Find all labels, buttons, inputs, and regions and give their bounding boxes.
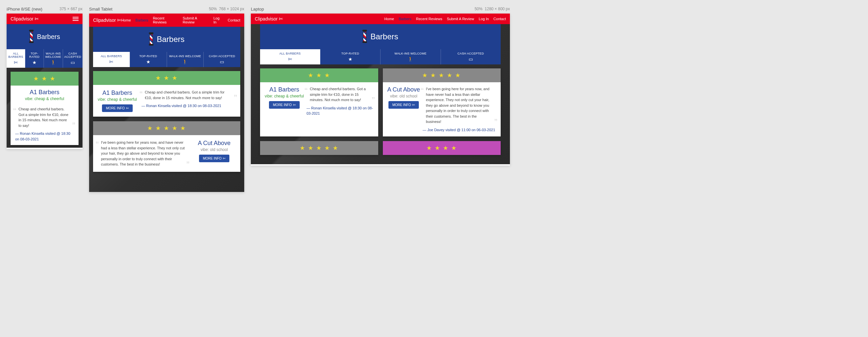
brand[interactable]: Clipadvisor ✄ (93, 18, 121, 23)
brand-text: Clipadvisor (255, 16, 278, 22)
scissors-icon: ✄ (35, 16, 39, 22)
review-text: Cheap and cheerful barbers. Got a simple… (307, 86, 374, 103)
nav-home[interactable]: Home (121, 18, 131, 22)
review-visited: — Ronan Kinsella visited @ 18:30 on 08-0… (15, 131, 74, 142)
scissors-icon: ✄ (412, 103, 415, 107)
walking-icon: 🚶 (182, 59, 188, 64)
barber-card: ★ ★ ★ A1 Barbers vibe: cheap & cheerful … (10, 72, 79, 145)
barber-card: ★ ★ ★ A1 Barbers vibe: cheap & cheerful … (93, 71, 240, 117)
scissors-icon: ✄ (126, 106, 129, 110)
star-icon: ★ (32, 60, 37, 65)
nav-home[interactable]: Home (384, 17, 394, 21)
hero-banner: Barbers (7, 24, 83, 49)
more-info-button[interactable]: MORE INFO ✄ (199, 155, 230, 162)
menu-button[interactable] (72, 17, 79, 21)
filter-tabs: ALL BARBERS✄ TOP-RATED★ WALK-INS WELCOME… (260, 49, 501, 64)
scissors-icon: ✄ (14, 60, 18, 65)
topbar: Clipadvisor ✄ Home Barbers Recent Review… (89, 13, 244, 27)
cash-icon: ▭ (71, 60, 75, 65)
viewport-dims: 375 × 667 px (59, 7, 83, 11)
nav-submit[interactable]: Submit A Review (447, 17, 474, 21)
button-label: MORE INFO (393, 103, 411, 107)
more-info-button[interactable]: MORE INFO ✄ (102, 104, 133, 112)
tab-all-barbers[interactable]: ALL BARBERS✄ (260, 49, 320, 64)
nav-links: Home Barbers Recent Reviews Submit A Rev… (384, 17, 506, 21)
scissors-icon: ✄ (109, 59, 113, 64)
nav-contact[interactable]: Contact (228, 18, 240, 22)
tab-label: ALL BARBERS (261, 52, 319, 55)
tab-walkins[interactable]: WALK-INS WELCOME🚶 (43, 49, 63, 68)
brand[interactable]: Clipadvisor ✄ (10, 16, 39, 22)
barber-vibe: vibe: cheap & cheerful (265, 94, 304, 99)
tab-label: WALK-INS WELCOME (168, 55, 202, 58)
tab-cash[interactable]: CASH ACCEPTED▭ (203, 52, 240, 67)
tab-label: WALK-INS WELCOME (45, 52, 61, 58)
barber-name[interactable]: A Cut Above (193, 140, 236, 147)
tab-label: ALL BARBERS (8, 52, 24, 58)
tab-top-rated[interactable]: TOP-RATED★ (320, 49, 380, 64)
nav-submit[interactable]: Submit A Review (183, 16, 209, 24)
nav-barbers[interactable]: Barbers (136, 18, 149, 22)
tab-cash[interactable]: CASH ACCEPTED▭ (441, 49, 501, 64)
barber-name[interactable]: A1 Barbers (265, 86, 304, 93)
barber-card: ★ ★ ★ A1 Barbers vibe: cheap & cheerful … (260, 68, 378, 136)
star-icon: ★ (348, 56, 352, 62)
rating-stars: ★ ★ ★ (93, 71, 240, 85)
tab-all-barbers[interactable]: ALL BARBERS✄ (93, 52, 130, 67)
barber-vibe: vibe: old school (388, 94, 420, 99)
page-title: Barbers (157, 35, 185, 44)
barber-name[interactable]: A1 Barbers (15, 89, 74, 96)
viewport-label: Laptop (251, 7, 264, 11)
tab-top-rated[interactable]: TOP-RATED★ (130, 52, 167, 67)
tab-walkins[interactable]: WALK-INS WELCOME🚶 (167, 52, 204, 67)
nav-recent[interactable]: Recent Reviews (153, 16, 178, 24)
button-label: MORE INFO (273, 103, 292, 107)
review-visited: — Ronan Kinsella visited @ 18:30 on 08-0… (142, 103, 236, 109)
tab-label: CASH ACCEPTED (442, 52, 500, 55)
page-title: Barbers (370, 32, 398, 41)
page-title: Barbers (37, 33, 60, 40)
cash-icon: ▭ (220, 59, 224, 64)
review-text: I've been going here for years now, and … (98, 140, 188, 167)
review-visited: — Ronan Kinsella visited @ 18:30 on 08-0… (307, 105, 374, 116)
rating-stars: ★ ★ ★ ★ (383, 141, 501, 155)
barber-card: ★ ★ ★ ★ (383, 141, 501, 155)
nav-contact[interactable]: Contact (493, 17, 506, 21)
tab-walkins[interactable]: WALK-INS WELCOME🚶 (380, 49, 441, 64)
review-visited: — Joe Davey visited @ 11:00 on 06-03-202… (423, 127, 496, 133)
barber-card: ★ ★ ★ ★ ★ I've been going here for years… (93, 121, 240, 172)
nav-recent[interactable]: Recent Reviews (416, 17, 442, 21)
review-text: I've been going here for years now, and … (423, 86, 496, 124)
barber-name[interactable]: A1 Barbers (98, 89, 137, 96)
nav-login[interactable]: Log In (478, 17, 489, 21)
tab-top-rated[interactable]: TOP-RATED★ (25, 49, 44, 68)
viewport-label: iPhone 8/SE (new) (7, 7, 42, 11)
rating-stars: ★ ★ ★ (260, 68, 378, 82)
cash-icon: ▭ (469, 56, 473, 62)
tab-all-barbers[interactable]: ALL BARBERS✄ (7, 49, 25, 68)
more-info-button[interactable]: MORE INFO ✄ (389, 101, 419, 109)
more-info-button[interactable]: MORE INFO ✄ (269, 101, 300, 109)
rating-stars: ★ ★ ★ ★ ★ (93, 121, 240, 135)
scissors-icon: ✄ (279, 16, 283, 22)
review-text: Cheap and cheerful barbers. Got a simple… (15, 106, 74, 128)
brand[interactable]: Clipadvisor ✄ (255, 16, 283, 22)
barber-name[interactable]: A Cut Above (388, 86, 420, 93)
rating-stars: ★ ★ ★ ★ ★ (383, 68, 501, 82)
barber-vibe: vibe: cheap & cheerful (15, 96, 74, 101)
tab-cash[interactable]: CASH ACCEPTED▭ (63, 49, 83, 68)
filter-tabs: ALL BARBERS✄ TOP-RATED★ WALK-INS WELCOME… (7, 49, 83, 68)
nav-barbers[interactable]: Barbers (399, 17, 411, 21)
scissors-icon: ✄ (117, 18, 121, 23)
nav-login[interactable]: Log In (214, 16, 223, 24)
tab-label: WALK-INS WELCOME (382, 52, 439, 55)
tab-label: ALL BARBERS (94, 55, 128, 58)
tab-label: TOP-RATED (27, 52, 42, 58)
scissors-icon: ✄ (293, 103, 296, 107)
barber-pole-icon (362, 31, 367, 43)
tab-label: CASH ACCEPTED (64, 52, 81, 58)
button-label: MORE INFO (203, 157, 222, 160)
barber-pole-icon (149, 33, 153, 45)
nav-links: Home Barbers Recent Reviews Submit A Rev… (121, 16, 240, 24)
walking-icon: 🚶 (408, 56, 413, 62)
